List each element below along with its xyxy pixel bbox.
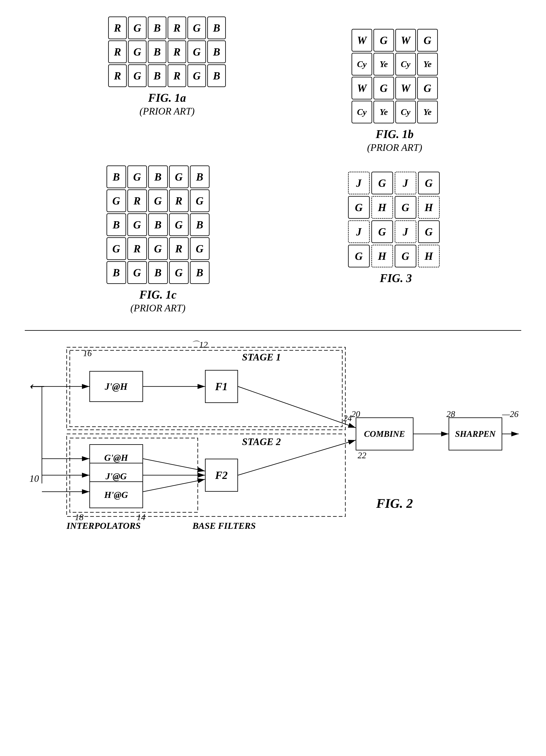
cell: G	[106, 237, 126, 260]
cell: B	[106, 261, 126, 284]
fig1c-label: FIG. 1c	[139, 288, 176, 301]
ref-26: —26	[502, 409, 519, 419]
cell: G	[106, 189, 126, 212]
cell: B	[207, 17, 226, 39]
cell: G	[127, 213, 147, 236]
sharpen-box: SHARPEN	[449, 417, 502, 450]
page: R G B R G B R G B R G B R G B R G B	[0, 0, 546, 756]
cell: J	[348, 172, 370, 194]
fig1b-sublabel: (PRIOR ART)	[367, 142, 422, 153]
fig1c-sublabel: (PRIOR ART)	[130, 302, 185, 314]
fig3-label: FIG. 3	[380, 272, 412, 285]
cell: G	[187, 64, 206, 87]
cell: G	[128, 17, 146, 39]
ref-28: 28	[447, 409, 455, 419]
fig2-diagram: 10 ⟵ ⌒12 16 STAGE 1 STAGE 2 J'@H F1	[25, 339, 521, 541]
cell: B	[207, 64, 226, 87]
cell: R	[127, 237, 147, 260]
ref-16: 16	[83, 348, 92, 358]
cell: G	[187, 40, 206, 63]
cell: G	[417, 29, 438, 52]
fig1c-grid: B G B G B G R G R G B G B G B G R G	[106, 165, 209, 284]
cell: W	[395, 77, 416, 99]
fig1b-group: W G W G Cy Ye Cy Ye W G W G Cy Ye Cy Ye	[352, 29, 438, 153]
cell: B	[148, 64, 166, 87]
arrow-gh-f2	[143, 459, 205, 471]
fig1b-label: FIG. 1b	[376, 128, 414, 141]
cell: R	[169, 189, 189, 212]
cell: G	[395, 196, 416, 219]
cell: Cy	[352, 101, 372, 123]
base-filters-label: BASE FILTERS	[192, 521, 256, 531]
cell: G	[418, 172, 440, 194]
cell: G	[148, 237, 168, 260]
cell: G	[169, 165, 189, 188]
cell: G	[127, 261, 147, 284]
stage2-label: STAGE 2	[242, 436, 281, 447]
cell: G	[128, 64, 146, 87]
cell: G	[187, 17, 206, 39]
ref-10-top: ⟵	[29, 380, 44, 392]
arrow-f1-combine	[238, 386, 356, 428]
fig1a-grid: R G B R G B R G B R G B R G B R G B	[108, 17, 226, 87]
cell: J	[395, 172, 416, 194]
cell: H	[418, 245, 440, 267]
cell: G	[190, 189, 209, 212]
fig1b-grid: W G W G Cy Ye Cy Ye W G W G Cy Ye Cy Ye	[352, 29, 438, 123]
cell: Cy	[352, 53, 372, 76]
cell: B	[190, 165, 209, 188]
fig1a-group: R G B R G B R G B R G B R G B R G B	[108, 17, 226, 117]
cell: R	[108, 64, 127, 87]
cell: Ye	[374, 101, 394, 123]
cell: G	[374, 77, 394, 99]
cell: H	[371, 245, 393, 267]
cell: W	[395, 29, 416, 52]
fig1a-label: FIG. 1a	[148, 91, 186, 104]
cell: G	[371, 220, 393, 243]
cell: R	[108, 40, 127, 63]
arrow-hg-f2	[143, 479, 205, 492]
cell: G	[348, 245, 370, 267]
cell: R	[169, 237, 189, 260]
cell: G	[128, 40, 146, 63]
fig2-label: FIG. 2	[376, 496, 413, 511]
cell: B	[190, 213, 209, 236]
cell: R	[108, 17, 127, 39]
stage1-label: STAGE 1	[242, 351, 281, 363]
middle-figures-row: B G B G B G R G R G B G B G B G R G	[25, 165, 521, 314]
cell: G	[348, 196, 370, 219]
cell: B	[207, 40, 226, 63]
cell: B	[148, 261, 168, 284]
combine-box: COMBINE	[356, 417, 414, 450]
cell: W	[352, 77, 372, 99]
cell: B	[148, 165, 168, 188]
cell: W	[352, 29, 372, 52]
cell: B	[106, 213, 126, 236]
cell: G	[190, 237, 209, 260]
f1-box: F1	[205, 370, 238, 403]
ref-24: 24	[343, 413, 352, 423]
cell: Ye	[374, 53, 394, 76]
cell: R	[127, 189, 147, 212]
cell: B	[148, 17, 166, 39]
ref-12: ⌒12	[190, 339, 208, 351]
ref-10: 10	[30, 473, 39, 484]
cell: H	[371, 196, 393, 219]
cell: G	[169, 261, 189, 284]
ref-22: 22	[358, 450, 367, 460]
fig3-grid: J G J G G H G H J G J G G H G H	[348, 172, 440, 267]
cell: J	[395, 220, 416, 243]
cell: G	[395, 245, 416, 267]
cell: R	[168, 17, 186, 39]
cell: B	[148, 213, 168, 236]
cell: R	[168, 64, 186, 87]
cell: J	[348, 220, 370, 243]
interpolators-label: INTERPOLATORS	[67, 521, 141, 531]
cell: G	[418, 220, 440, 243]
cell: G	[127, 165, 147, 188]
top-figures-row: R G B R G B R G B R G B R G B R G B	[25, 17, 521, 153]
cell: B	[148, 40, 166, 63]
cell: G	[169, 213, 189, 236]
cell: G	[148, 189, 168, 212]
cell: Ye	[417, 101, 438, 123]
